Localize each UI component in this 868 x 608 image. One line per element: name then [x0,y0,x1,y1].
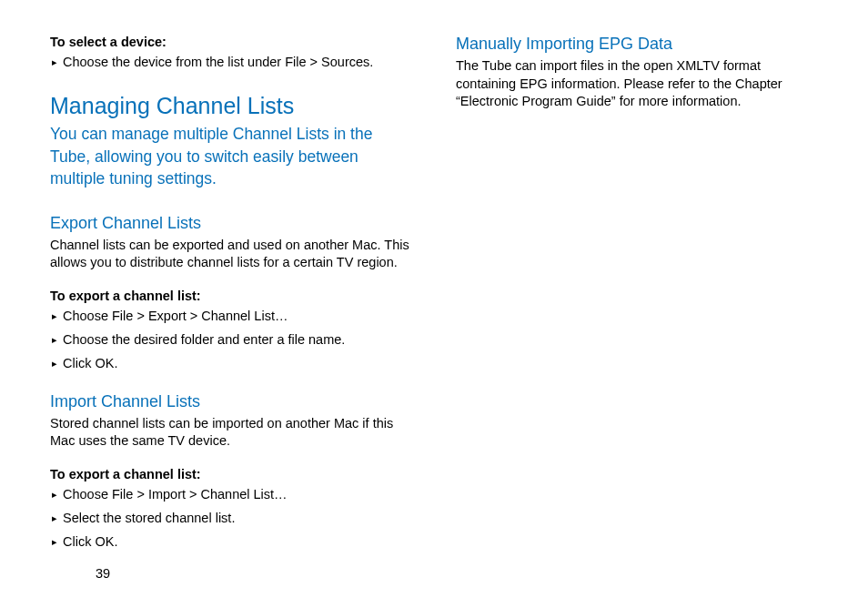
import-step-3: Click OK. [50,534,412,549]
import-steps-title: To export a channel list: [50,467,412,481]
import-step-2: Select the stored channel list. [50,511,412,525]
page-number: 39 [96,566,818,581]
left-column: To select a device: Choose the device fr… [50,35,412,562]
right-column: Manually Importing EPG Data The Tube can… [456,35,818,562]
epg-body: The Tube can import files in the open XM… [456,57,818,111]
export-step-2: Choose the desired folder and enter a fi… [50,332,412,347]
import-body: Stored channel lists can be imported on … [50,415,412,451]
select-device-step: Choose the device from the list under Fi… [50,55,412,69]
select-device-title: To select a device: [50,35,412,49]
export-heading: Export Channel Lists [50,214,412,233]
export-body: Channel lists can be exported and used o… [50,237,412,272]
managing-heading: Managing Channel Lists [50,93,412,119]
select-device-section: To select a device: Choose the device fr… [50,35,412,69]
export-steps-title: To export a channel list: [50,289,412,303]
managing-intro: You can manage multiple Channel Lists in… [50,123,412,190]
import-heading: Import Channel Lists [50,392,412,411]
epg-heading: Manually Importing EPG Data [456,35,818,54]
export-step-3: Click OK. [50,356,412,370]
import-step-1: Choose File > Import > Channel List… [50,487,412,502]
export-step-1: Choose File > Export > Channel List… [50,309,412,323]
